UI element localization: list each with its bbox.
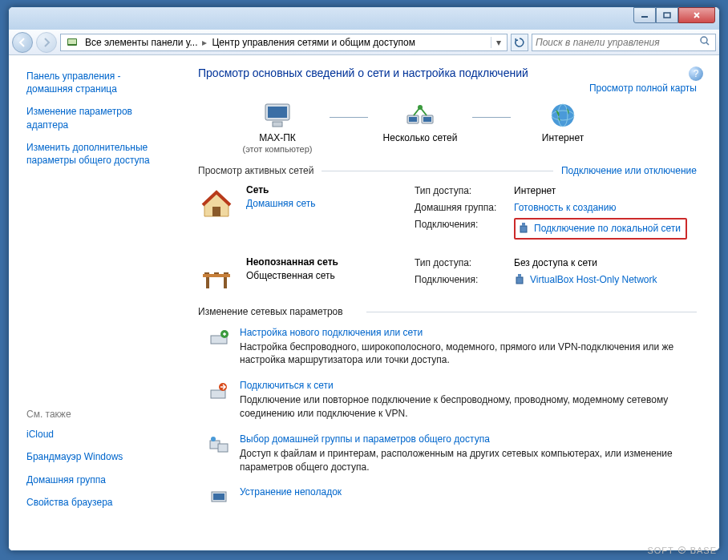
search-input[interactable] bbox=[536, 37, 699, 48]
search-box[interactable] bbox=[532, 34, 716, 51]
settings-header: Изменение сетевых параметров bbox=[198, 306, 697, 317]
svg-rect-6 bbox=[268, 107, 287, 118]
svg-rect-25 bbox=[516, 277, 523, 284]
setting-desc: Подключение или повторное подключение к … bbox=[240, 393, 697, 421]
network-row: Неопознанная сеть Общественная сеть Тип … bbox=[198, 256, 697, 293]
svg-rect-9 bbox=[409, 117, 417, 122]
sidebar-link-adapter[interactable]: Изменение параметров адаптера bbox=[26, 105, 166, 131]
help-icon[interactable]: ? bbox=[689, 66, 703, 81]
window-frame: Все элементы панели у... ▸ Центр управле… bbox=[8, 6, 720, 551]
svg-rect-20 bbox=[204, 272, 209, 274]
setting-desc: Доступ к файлам и принтерам, расположенн… bbox=[240, 447, 697, 474]
network-row: Сеть Домашняя сеть Тип доступа: Интернет… bbox=[198, 184, 697, 244]
prop-value: Без доступа к сети bbox=[514, 256, 697, 269]
ethernet-icon bbox=[518, 223, 529, 234]
svg-rect-0 bbox=[641, 16, 648, 18]
address-dropdown-icon[interactable]: ▾ bbox=[491, 37, 505, 48]
svg-point-13 bbox=[552, 104, 574, 127]
refresh-button[interactable] bbox=[511, 34, 528, 51]
svg-rect-19 bbox=[203, 274, 230, 277]
diagram-label: Интернет bbox=[542, 132, 584, 144]
troubleshoot-icon bbox=[208, 486, 230, 509]
navigation-bar: Все элементы панели у... ▸ Центр управле… bbox=[9, 30, 719, 55]
sidebar-link-home[interactable]: Панель управления - домашняя страница bbox=[26, 70, 166, 95]
search-icon bbox=[699, 35, 712, 49]
svg-point-4 bbox=[701, 37, 707, 43]
diagram-connector bbox=[330, 117, 368, 118]
diagram-connector bbox=[472, 117, 511, 118]
prop-label: Подключения: bbox=[415, 218, 514, 239]
homegroup-link[interactable]: Готовность к созданию bbox=[514, 201, 616, 214]
sidebar: Панель управления - домашняя страница Из… bbox=[9, 55, 176, 550]
diagram-label: Несколько сетей bbox=[383, 132, 458, 144]
control-panel-icon bbox=[66, 36, 79, 49]
connect-disconnect-link[interactable]: Подключение или отключение bbox=[561, 165, 697, 176]
window-controls bbox=[633, 7, 715, 23]
main-panel: ? Просмотр основных сведений о сети и на… bbox=[176, 55, 719, 550]
svg-rect-29 bbox=[211, 390, 225, 398]
svg-rect-18 bbox=[522, 223, 525, 226]
network-type-link[interactable]: Домашняя сеть bbox=[246, 198, 315, 209]
sidebar-link-firewall[interactable]: Брандмауэр Windows bbox=[26, 450, 166, 463]
network-type: Общественная сеть bbox=[246, 270, 335, 281]
prop-label: Домашняя группа: bbox=[415, 201, 514, 214]
ethernet-icon bbox=[514, 274, 525, 285]
globe-icon bbox=[547, 100, 579, 131]
network-diagram: MAX-ПК (этот компьютер) Несколько сетей bbox=[225, 100, 697, 154]
svg-rect-24 bbox=[224, 277, 227, 288]
titlebar[interactable] bbox=[9, 7, 719, 30]
networks-icon bbox=[404, 100, 436, 131]
svg-rect-26 bbox=[518, 274, 521, 277]
computer-icon bbox=[261, 100, 293, 131]
setting-link[interactable]: Настройка нового подключения или сети bbox=[240, 327, 697, 338]
svg-rect-21 bbox=[214, 272, 219, 274]
sidebar-see-also-heading: См. также bbox=[26, 409, 166, 420]
highlighted-connection: Подключение по локальной сети bbox=[514, 218, 687, 239]
setting-link[interactable]: Подключиться к сети bbox=[240, 380, 697, 391]
content-area: Панель управления - домашняя страница Из… bbox=[9, 55, 719, 550]
forward-button[interactable] bbox=[36, 32, 57, 53]
breadcrumb-segment[interactable]: Центр управления сетями и общим доступом bbox=[208, 37, 419, 48]
back-button[interactable] bbox=[12, 32, 33, 53]
setting-item: Настройка нового подключения или сети На… bbox=[208, 327, 697, 368]
prop-label: Тип доступа: bbox=[415, 256, 514, 269]
svg-point-12 bbox=[418, 105, 423, 110]
svg-rect-16 bbox=[212, 207, 220, 216]
maximize-button[interactable] bbox=[656, 7, 678, 23]
diagram-node-multiple: Несколько сетей bbox=[368, 100, 472, 154]
sidebar-link-homegroup[interactable]: Домашняя группа bbox=[26, 473, 166, 486]
breadcrumb-segment[interactable]: Все элементы панели у... bbox=[82, 37, 200, 48]
svg-rect-22 bbox=[224, 272, 229, 274]
sidebar-link-icloud[interactable]: iCloud bbox=[26, 428, 166, 441]
watermark: SOFT ⦿ BASE bbox=[647, 546, 717, 555]
home-network-icon bbox=[198, 184, 235, 221]
setting-link[interactable]: Устранение неполадок bbox=[240, 486, 342, 498]
prop-value: Интернет bbox=[514, 184, 697, 197]
diagram-node-internet: Интернет bbox=[511, 100, 615, 154]
svg-rect-7 bbox=[273, 122, 282, 127]
lan-connection-link[interactable]: Подключение по локальной сети bbox=[534, 222, 681, 235]
prop-label: Подключения: bbox=[415, 273, 514, 286]
breadcrumb-separator-icon: ▸ bbox=[200, 37, 208, 48]
close-button[interactable] bbox=[678, 7, 715, 23]
svg-rect-17 bbox=[520, 226, 527, 232]
address-bar[interactable]: Все элементы панели у... ▸ Центр управле… bbox=[60, 34, 508, 51]
sidebar-link-browser[interactable]: Свойства браузера bbox=[26, 496, 166, 509]
active-networks-header: Просмотр активных сетей Подключение или … bbox=[198, 165, 697, 176]
setting-link[interactable]: Выбор домашней группы и параметров общег… bbox=[240, 433, 697, 445]
svg-point-33 bbox=[211, 437, 216, 441]
svg-rect-35 bbox=[213, 494, 224, 500]
vbox-connection-link[interactable]: VirtualBox Host-Only Network bbox=[530, 273, 657, 286]
setting-item: Выбор домашней группы и параметров общег… bbox=[208, 433, 697, 474]
full-map-link[interactable]: Просмотр полной карты bbox=[589, 83, 697, 94]
connect-icon bbox=[208, 380, 230, 402]
minimize-button[interactable] bbox=[633, 7, 656, 23]
svg-rect-1 bbox=[664, 13, 670, 18]
svg-rect-23 bbox=[206, 277, 209, 288]
svg-rect-3 bbox=[68, 39, 76, 44]
sidebar-link-sharing[interactable]: Изменить дополнительные параметры общего… bbox=[26, 141, 166, 167]
public-network-icon bbox=[198, 256, 235, 293]
setting-item: Устранение неполадок bbox=[208, 486, 697, 509]
svg-rect-32 bbox=[218, 444, 228, 452]
new-connection-icon bbox=[208, 327, 230, 349]
